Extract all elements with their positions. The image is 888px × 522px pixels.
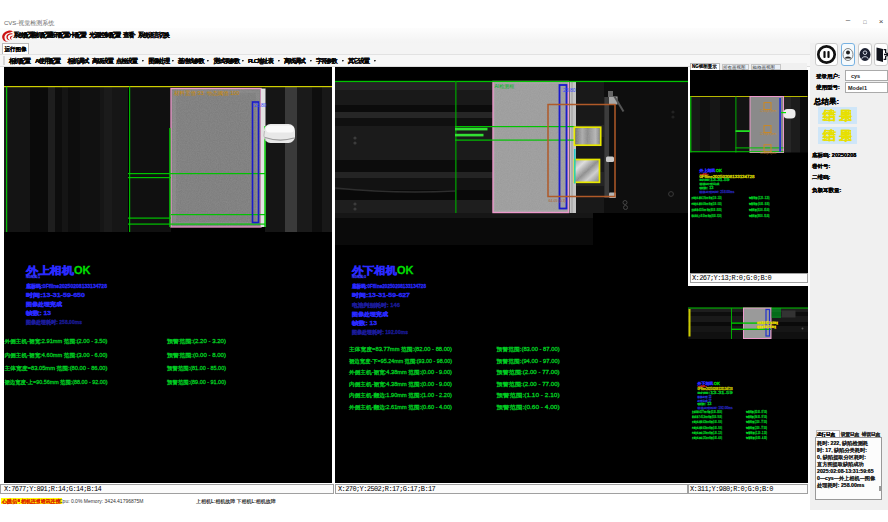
svg-text:内侧主机-裙宽:4.38mm 范围:(0.00 - 9.00: 内侧主机-裙宽:4.38mm 范围:(0.00 - 9.00): [349, 381, 452, 388]
svg-text:外侧主机-翻边:2.61mm 范围:(0.60 - 4.00: 外侧主机-翻边:2.61mm 范围:(0.60 - 4.00): [692, 435, 722, 439]
svg-text:OK: OK: [397, 264, 414, 276]
svg-text:材料宽值:93, 动态阈值:100: 材料宽值:93, 动态阈值:100: [173, 90, 239, 97]
svg-text:预警范围:(0.60 - 4.00): 预警范围:(0.60 - 4.00): [497, 404, 560, 411]
svg-text:预警范围:(81.00 - 85.00): 预警范围:(81.00 - 85.00): [167, 365, 226, 372]
svg-text:预警范围:(81.00 - 85.00): 预警范围:(81.00 - 85.00): [749, 208, 770, 212]
svg-text:23.80: 23.80: [563, 87, 576, 93]
svg-text:内侧主机-裙宽:4.38mm 范围:(0.00 - 9.00: 内侧主机-裙宽:4.38mm 范围:(0.00 - 9.00): [692, 425, 722, 429]
svg-text:裙边宽度-下=95.24mm 范围:(93.00 - 98.: 裙边宽度-下=95.24mm 范围:(93.00 - 98.00): [349, 358, 452, 365]
svg-text:外侧主机-裙宽:4.38mm 范围:(0.00 - 9.00: 外侧主机-裙宽:4.38mm 范围:(0.00 - 9.00): [692, 420, 722, 424]
svg-text:预警范围:(2.00 - 77.00): 预警范围:(2.00 - 77.00): [497, 381, 560, 388]
svg-text:预警范围:(94.00 - 97.00): 预警范围:(94.00 - 97.00): [746, 415, 767, 419]
svg-text:12.48(4.3)mm: 12.48(4.3)mm: [760, 132, 776, 136]
svg-text:NG光批:1: NG光批:1: [26, 274, 41, 279]
svg-text:电池判别耗时: 146: 电池判别耗时: 146: [352, 302, 400, 309]
svg-text:内侧主机-翻边:1.90mm 范围:(1.00 - 2.20: 内侧主机-翻边:1.90mm 范围:(1.00 - 2.20): [349, 392, 452, 399]
svg-text:预警范围:(0.00 - 8.00): 预警范围:(0.00 - 8.00): [749, 202, 770, 206]
svg-text:预警范围:(1.10 - 2.10): 预警范围:(1.10 - 2.10): [746, 430, 767, 434]
svg-text:主体宽度=83.77mm 范围:(82.00 - 88.00: 主体宽度=83.77mm 范围:(82.00 - 88.00): [349, 346, 452, 353]
svg-text:预警范围:(2.20 - 3.20): 预警范围:(2.20 - 3.20): [749, 196, 770, 200]
svg-text:预警范围:(2.20 - 3.20): 预警范围:(2.20 - 3.20): [167, 338, 226, 345]
svg-text:图像处理完成: 图像处理完成: [352, 311, 389, 318]
svg-text:图像处理耗时: 258.00ms: 图像处理耗时: 258.00ms: [26, 319, 82, 326]
svg-text:裙边宽度-下=95.24mm 范围:(93.00 - 98.: 裙边宽度-下=95.24mm 范围:(93.00 - 98.00): [692, 415, 722, 419]
svg-text:预警范围:(94.00 - 97.00): 预警范围:(94.00 - 97.00): [497, 358, 560, 365]
svg-text:OK: OK: [716, 168, 722, 173]
svg-text:图像处理耗时: 192.00ms: 图像处理耗时: 192.00ms: [352, 329, 408, 336]
svg-text:12.48(4.3)mm: 12.48(4.3)mm: [760, 151, 776, 155]
svg-text:64.05 (0.3): 64.05 (0.3): [549, 199, 566, 203]
svg-text:图像处理耗时: 258.00ms: 图像处理耗时: 258.00ms: [699, 190, 735, 194]
svg-text:23.80: 23.80: [254, 102, 267, 108]
svg-text:外侧主机-裙宽:2.91mm 范围:(2.00 - 3.50: 外侧主机-裙宽:2.91mm 范围:(2.00 - 3.50): [5, 338, 108, 345]
svg-text:帧数: 13: 帧数: 13: [26, 310, 51, 316]
svg-text:NG光批:0: NG光批:0: [352, 274, 367, 279]
svg-text:预警范围:(83.00 - 87.00): 预警范围:(83.00 - 87.00): [497, 346, 560, 353]
svg-text:外侧主机-裙宽:2.91mm 范围:(2.00 - 3.50: 外侧主机-裙宽:2.91mm 范围:(2.00 - 3.50): [692, 196, 722, 200]
svg-text:帧数: 13: 帧数: 13: [352, 320, 377, 326]
svg-text:预警范围:(2.00 - 77.00): 预警范围:(2.00 - 77.00): [746, 425, 767, 429]
svg-text:预警范围:(89.00 - 91.00): 预警范围:(89.00 - 91.00): [749, 214, 770, 218]
svg-text:主体宽度=83.77mm 范围:(82.00 - 88.00: 主体宽度=83.77mm 范围:(82.00 - 88.00): [692, 409, 722, 413]
svg-text:外侧主机-裙宽:4.38mm 范围:(0.00 - 9.00: 外侧主机-裙宽:4.38mm 范围:(0.00 - 9.00): [349, 369, 452, 376]
svg-text:AI检测框: AI检测框: [495, 83, 515, 90]
svg-text:底标码:0Ffline20250208133134728: 底标码:0Ffline20250208133134728: [351, 283, 426, 290]
svg-text:裙边宽度-上=90.56mm 范围:(88.00 - 92.: 裙边宽度-上=90.56mm 范围:(88.00 - 92.00): [5, 379, 108, 386]
svg-text:时间:13-31-59-627: 时间:13-31-59-627: [352, 292, 410, 299]
svg-text:预警范围:(2.00 - 77.00): 预警范围:(2.00 - 77.00): [746, 420, 767, 424]
svg-text:预警范围:(2.00 - 77.00): 预警范围:(2.00 - 77.00): [497, 369, 560, 376]
svg-text:预警范围:(83.00 - 87.00): 预警范围:(83.00 - 87.00): [746, 409, 767, 413]
svg-text:时间:13-31-59: 时间:13-31-59: [699, 178, 730, 182]
svg-text:粗糙面宽度:100 阈值: 粗糙面宽度:100 阈值: [757, 325, 776, 329]
svg-text:OK: OK: [713, 381, 719, 386]
svg-text:时间:13-31-59-650: 时间:13-31-59-650: [26, 292, 85, 299]
svg-text:预警范围:(89.00 - 91.00): 预警范围:(89.00 - 91.00): [167, 379, 226, 386]
svg-text:预警范围:(1.10 - 2.10): 预警范围:(1.10 - 2.10): [497, 392, 560, 399]
svg-text:内侧主机-翻边:1.90mm 范围:(1.00 - 2.20: 内侧主机-翻边:1.90mm 范围:(1.00 - 2.20): [692, 430, 722, 434]
svg-text:主体宽度=83.05mm 范围:(80.00 - 86.00: 主体宽度=83.05mm 范围:(80.00 - 86.00): [692, 208, 722, 212]
svg-text:外侧主机-翻边:2.61mm 范围:(0.60 - 4.00: 外侧主机-翻边:2.61mm 范围:(0.60 - 4.00): [349, 404, 452, 411]
svg-text:裙边宽度-上=90.56mm 范围:(88.00 - 92.: 裙边宽度-上=90.56mm 范围:(88.00 - 92.00): [692, 214, 722, 218]
svg-text:预警范围:(0.00 - 8.00): 预警范围:(0.00 - 8.00): [167, 352, 226, 359]
svg-text:预警范围:(0.60 - 4.00): 预警范围:(0.60 - 4.00): [746, 435, 767, 439]
svg-text:图像处理完成: 图像处理完成: [26, 301, 63, 308]
svg-text:内侧主机-裙宽:4.60mm 范围:(3.00 - 6.00: 内侧主机-裙宽:4.60mm 范围:(3.00 - 6.00): [692, 202, 722, 206]
svg-text:12.48(4.3)mm: 12.48(4.3)mm: [760, 109, 776, 113]
svg-text:内侧主机-裙宽:4.60mm 范围:(3.00 - 6.00: 内侧主机-裙宽:4.60mm 范围:(3.00 - 6.00): [5, 352, 108, 359]
svg-text:OK: OK: [74, 264, 91, 276]
svg-text:主体宽度=83.05mm 范围:(80.00 - 86.00: 主体宽度=83.05mm 范围:(80.00 - 86.00): [5, 365, 108, 372]
svg-text:底标码:0Ffline20250208133134728: 底标码:0Ffline20250208133134728: [25, 283, 107, 290]
